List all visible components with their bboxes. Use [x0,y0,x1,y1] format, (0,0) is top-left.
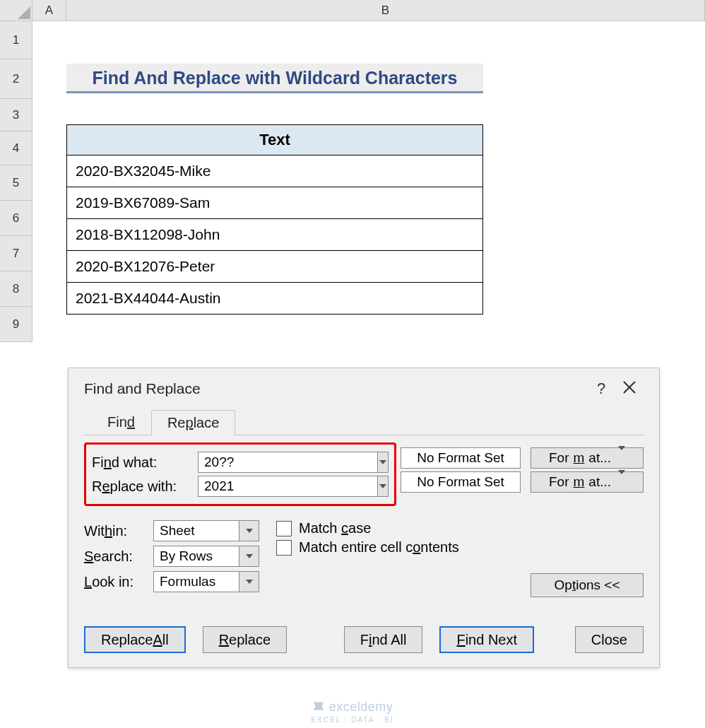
find-what-input[interactable] [199,452,377,472]
close-icon[interactable] [615,380,644,397]
replace-all-button[interactable]: Replace All [84,626,186,653]
options-button[interactable]: Options << [531,573,644,597]
look-in-value: Formulas [154,572,239,592]
replace-button[interactable]: Replace [203,626,287,653]
dialog-title: Find and Replace [84,380,587,397]
within-select[interactable]: Sheet [153,520,259,541]
select-all-corner[interactable] [0,0,32,21]
close-button[interactable]: Close [575,626,644,653]
table-header-text[interactable]: Text [67,125,483,155]
table-cell[interactable]: 2020-BX12076-Peter [67,251,483,283]
row-header-5[interactable]: 5 [0,165,32,201]
match-case-label: Match case [299,520,371,536]
chevron-down-icon[interactable] [239,546,259,566]
tab-replace[interactable]: Replace [151,410,235,435]
table-cell[interactable]: 2021-BX44044-Austin [67,283,483,315]
chevron-down-icon[interactable] [239,572,259,592]
find-what-dropdown-icon[interactable] [377,452,388,472]
chevron-down-icon[interactable] [239,521,259,541]
find-all-button[interactable]: Find All [344,626,423,653]
replace-with-label: Replace with: [92,479,198,495]
title-cell[interactable]: Find And Replace with Wildcard Character… [66,64,483,93]
match-entire-label: Match entire cell contents [299,539,459,556]
tab-find[interactable]: Find [91,409,151,435]
row-header-9[interactable]: 9 [0,307,32,342]
find-replace-dialog: Find and Replace ? Find Replace Find wha… [68,368,660,668]
replace-with-input[interactable] [199,476,377,496]
within-label: Within: [84,523,153,539]
data-table: Text 2020-BX32045-Mike2019-BX67089-Sam20… [66,124,483,315]
find-format-button[interactable]: Format... [531,447,644,469]
look-in-select[interactable]: Formulas [153,571,259,592]
find-format-preview: No Format Set [401,447,521,469]
row-header-1[interactable]: 1 [0,21,32,59]
search-select[interactable]: By Rows [153,546,259,567]
replace-format-button[interactable]: Format... [531,471,644,493]
column-header-B[interactable]: B [66,0,705,21]
within-value: Sheet [154,521,239,541]
replace-with-combo[interactable] [198,476,389,497]
row-header-4[interactable]: 4 [0,131,32,165]
find-what-label: Find what: [92,454,198,471]
watermark: exceldemy EXCEL · DATA · BI [0,700,705,724]
match-entire-checkbox[interactable] [276,540,292,556]
find-what-combo[interactable] [198,452,389,473]
column-header-A[interactable]: A [32,0,66,21]
search-value: By Rows [154,546,239,566]
table-cell[interactable]: 2018-BX112098-John [67,219,483,251]
row-header-2[interactable]: 2 [0,59,32,99]
help-button[interactable]: ? [587,380,615,398]
match-case-checkbox[interactable] [276,521,292,536]
table-cell[interactable]: 2020-BX32045-Mike [67,155,483,187]
title-text: Find And Replace with Wildcard Character… [92,68,457,88]
row-header-6[interactable]: 6 [0,201,32,236]
row-header-8[interactable]: 8 [0,271,32,307]
find-replace-fields-highlight: Find what: Replace with: [84,442,396,506]
row-header-7[interactable]: 7 [0,236,32,271]
find-next-button[interactable]: Find Next [439,626,534,653]
look-in-label: Look in: [84,574,153,590]
table-cell[interactable]: 2019-BX67089-Sam [67,187,483,219]
search-label: Search: [84,548,153,565]
row-header-3[interactable]: 3 [0,99,32,131]
replace-with-dropdown-icon[interactable] [377,476,388,496]
replace-format-preview: No Format Set [401,471,521,493]
